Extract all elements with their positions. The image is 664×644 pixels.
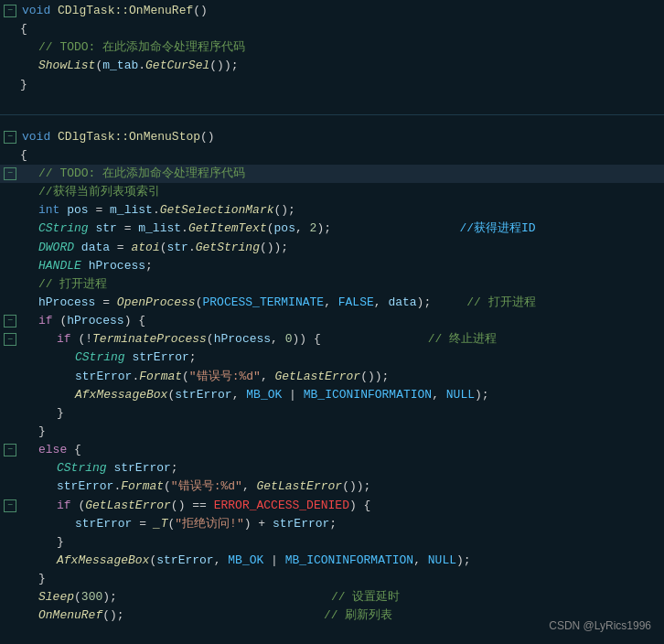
- line-13: //获得当前列表项索引: [0, 183, 664, 201]
- line-5: }: [0, 76, 664, 94]
- gutter-29: [0, 478, 20, 478]
- line-content-31: strError = _T("拒绝访问!") + strError;: [20, 515, 660, 533]
- gutter-36: [0, 606, 20, 607]
- gutter-5: [0, 76, 20, 77]
- gutter-4: [0, 57, 20, 58]
- line-content-26: }: [20, 423, 660, 441]
- line-10: − void CDlgTask::OnMenuStop(): [0, 128, 664, 146]
- line-29: strError.Format("错误号:%d", GetLastError()…: [0, 478, 664, 496]
- line-content-13: //获得当前列表项索引: [20, 183, 660, 201]
- gutter-16: [0, 239, 20, 240]
- line-content-34: }: [20, 570, 660, 588]
- line-14: int pos = m_list.GetSelectionMark();: [0, 201, 664, 220]
- gutter-32: [0, 533, 20, 534]
- gutter-35: [0, 588, 20, 589]
- line-content-22: CString strError;: [20, 349, 660, 367]
- line-31: strError = _T("拒绝访问!") + strError;: [0, 515, 664, 533]
- collapse-icon-1[interactable]: −: [0, 2, 20, 17]
- gutter-3: [0, 38, 20, 39]
- gutter-11: [0, 146, 20, 147]
- line-content-10: void CDlgTask::OnMenuStop(): [20, 128, 660, 146]
- line-content-18: // 打开进程: [20, 275, 660, 294]
- line-content-1: void CDlgTask::OnMenuRef(): [20, 2, 660, 20]
- line-content-3: // TODO: 在此添加命令处理程序代码: [20, 38, 660, 57]
- collapse-icon-30[interactable]: −: [0, 497, 20, 512]
- line-23: strError.Format("错误号:%d", GetLastError()…: [0, 368, 664, 386]
- gutter-15: [0, 220, 20, 220]
- line-content-32: }: [20, 533, 660, 552]
- collapse-icon-12[interactable]: −: [0, 165, 20, 180]
- gutter-26: [0, 423, 20, 424]
- gutter-2: [0, 20, 20, 21]
- gutter-19: [0, 294, 20, 295]
- code-editor: − void CDlgTask::OnMenuRef() { // TODO: …: [0, 0, 664, 644]
- line-12: − // TODO: 在此添加命令处理程序代码: [0, 165, 664, 183]
- line-4: ShowList(m_tab.GetCurSel());: [0, 57, 664, 75]
- line-19: hProcess = OpenProcess(PROCESS_TERMINATE…: [0, 294, 664, 312]
- line-content-27: else {: [20, 441, 660, 459]
- line-20: − if (hProcess) {: [0, 312, 664, 330]
- line-25: }: [0, 404, 664, 423]
- line-content-35: Sleep(300); // 设置延时: [20, 588, 660, 606]
- line-16: DWORD data = atoi(str.GetString());: [0, 239, 664, 257]
- gutter-18: [0, 275, 20, 276]
- function-onmenuref: − void CDlgTask::OnMenuRef() { // TODO: …: [0, 0, 664, 96]
- line-27: − else {: [0, 441, 664, 459]
- collapse-icon-10[interactable]: −: [0, 128, 20, 144]
- line-15: CString str = m_list.GetItemText(pos, 2)…: [0, 220, 664, 238]
- line-content-24: AfxMessageBox(strError, MB_OK | MB_ICONI…: [20, 386, 660, 404]
- gutter-14: [0, 201, 20, 202]
- line-content-11: {: [20, 146, 660, 165]
- gutter-22: [0, 349, 20, 349]
- gutter-34: [0, 570, 20, 571]
- line-content-4: ShowList(m_tab.GetCurSel());: [20, 57, 660, 75]
- line-3: // TODO: 在此添加命令处理程序代码: [0, 38, 664, 57]
- line-content-16: DWORD data = atoi(str.GetString());: [20, 239, 660, 257]
- line-30: − if (GetLastError() == ERROR_ACCESS_DEN…: [0, 497, 664, 515]
- line-28: CString strError;: [0, 459, 664, 478]
- line-content-2: {: [20, 20, 660, 38]
- line-content-17: HANDLE hProcess;: [20, 257, 660, 275]
- gutter-33: [0, 552, 20, 553]
- collapse-icon-21[interactable]: −: [0, 330, 20, 346]
- gutter-25: [0, 404, 20, 405]
- line-32: }: [0, 533, 664, 552]
- line-22: CString strError;: [0, 349, 664, 367]
- line-content-19: hProcess = OpenProcess(PROCESS_TERMINATE…: [20, 294, 660, 312]
- line-content-28: CString strError;: [20, 459, 660, 478]
- gutter-24: [0, 386, 20, 387]
- line-18: // 打开进程: [0, 275, 664, 294]
- function-onmenustop: − void CDlgTask::OnMenuStop() { − // TOD…: [0, 126, 664, 628]
- line-content-20: if (hProcess) {: [20, 312, 660, 330]
- line-17: HANDLE hProcess;: [0, 257, 664, 275]
- line-content-25: }: [20, 404, 660, 423]
- line-content-15: CString str = m_list.GetItemText(pos, 2)…: [20, 220, 660, 238]
- line-21: − if (!TerminateProcess(hProcess, 0)) { …: [0, 330, 664, 349]
- line-1: − void CDlgTask::OnMenuRef(): [0, 2, 664, 20]
- line-24: AfxMessageBox(strError, MB_OK | MB_ICONI…: [0, 386, 664, 404]
- watermark: CSDN @LyRics1996: [549, 617, 651, 635]
- gutter-28: [0, 459, 20, 460]
- line-content-23: strError.Format("错误号:%d", GetLastError()…: [20, 368, 660, 386]
- line-content-21: if (!TerminateProcess(hProcess, 0)) { //…: [20, 330, 660, 349]
- gutter-23: [0, 368, 20, 369]
- line-11: {: [0, 146, 664, 165]
- line-34: }: [0, 570, 664, 588]
- gutter-31: [0, 515, 20, 516]
- line-26: }: [0, 423, 664, 441]
- line-content-12: // TODO: 在此添加命令处理程序代码: [20, 165, 660, 183]
- line-content-14: int pos = m_list.GetSelectionMark();: [20, 201, 660, 220]
- line-content-29: strError.Format("错误号:%d", GetLastError()…: [20, 478, 660, 496]
- line-content-5: }: [20, 76, 660, 94]
- line-content-30: if (GetLastError() == ERROR_ACCESS_DENIE…: [20, 497, 660, 515]
- gutter-13: [0, 183, 20, 184]
- gutter-17: [0, 257, 20, 258]
- line-content-33: AfxMessageBox(strError, MB_OK | MB_ICONI…: [20, 552, 660, 570]
- collapse-icon-27[interactable]: −: [0, 441, 20, 456]
- line-2: {: [0, 20, 664, 38]
- line-33: AfxMessageBox(strError, MB_OK | MB_ICONI…: [0, 552, 664, 570]
- line-35: Sleep(300); // 设置延时: [0, 588, 664, 606]
- collapse-icon-20[interactable]: −: [0, 312, 20, 327]
